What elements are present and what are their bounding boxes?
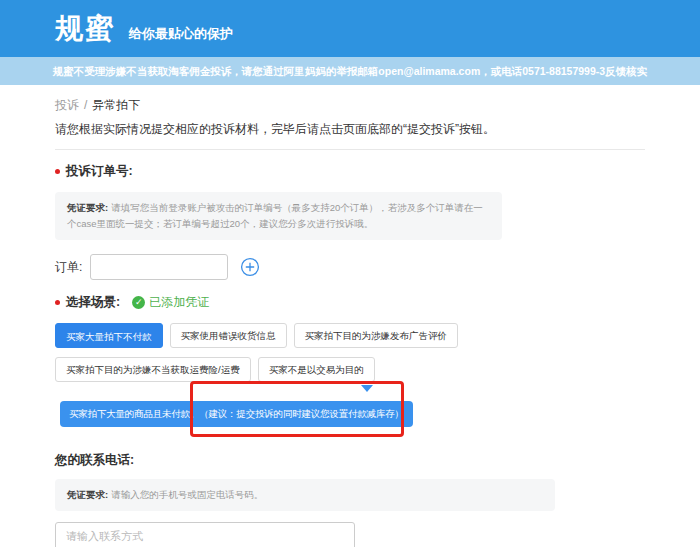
order-requirement-label: 凭证要求:: [67, 202, 108, 213]
scene-option-wrong-address[interactable]: 买家使用错误收货信息: [170, 323, 287, 348]
order-input-row: 订单:: [55, 254, 645, 280]
scene-section-title-text: 选择场景:: [66, 294, 120, 311]
suggestion-area: 买家拍下大量的商品且未付款。（建议：提交投诉的同时建议您设置付款减库存）: [55, 382, 645, 444]
order-number-input[interactable]: [90, 254, 228, 280]
order-section-title-text: 投诉订单号:: [66, 163, 133, 180]
section-divider: [55, 149, 645, 150]
dropdown-arrow-icon: [361, 385, 373, 392]
suggestion-tooltip: 买家拍下大量的商品且未付款。（建议：提交投诉的同时建议您设置付款减库存）: [60, 401, 413, 427]
order-requirement-box: 凭证要求:请填写您当前登录账户被攻击的订单编号（最多支持20个订单），若涉及多个…: [55, 192, 502, 240]
order-requirement-text: 请填写您当前登录账户被攻击的订单编号（最多支持20个订单），若涉及多个订单请在一…: [67, 202, 483, 229]
order-section-title: 投诉订单号:: [55, 163, 645, 180]
phone-input[interactable]: [55, 522, 355, 547]
evidence-status-text: 已添加凭证: [149, 294, 209, 311]
phone-requirement-label: 凭证要求:: [67, 489, 108, 500]
plus-circle-icon: [240, 257, 260, 277]
main-content: 投诉/异常拍下 请您根据实际情况提交相应的投诉材料，完毕后请点击页面底部的“提交…: [0, 85, 700, 547]
breadcrumb: 投诉/异常拍下: [55, 97, 645, 112]
app-logo: 规蜜: [55, 10, 115, 48]
scene-options-group: 买家大量拍下不付款 买家使用错误收货信息 买家拍下目的为涉嫌发布广告评价 买家拍…: [55, 323, 655, 382]
app-tagline: 给你最贴心的保护: [129, 25, 233, 43]
required-dot-icon: [55, 169, 60, 174]
scene-option-not-for-trade[interactable]: 买家不是以交易为目的: [258, 357, 375, 382]
scene-option-ad-review[interactable]: 买家拍下目的为涉嫌发布广告评价: [294, 323, 459, 348]
scene-section-title: 选择场景: ✓ 已添加凭证: [55, 294, 645, 311]
add-order-button[interactable]: [240, 257, 260, 277]
breadcrumb-separator: /: [84, 98, 87, 112]
check-circle-icon: ✓: [132, 296, 145, 309]
notice-text: 规蜜不受理涉嫌不当获取淘客佣金投诉，请您通过阿里妈妈的举报邮箱open@alim…: [53, 65, 647, 77]
breadcrumb-current: 异常拍下: [92, 98, 140, 112]
breadcrumb-parent[interactable]: 投诉: [55, 98, 79, 112]
scene-option-shipping-fee[interactable]: 买家拍下目的为涉嫌不当获取运费险/运费: [55, 357, 251, 382]
order-input-label: 订单:: [55, 259, 82, 276]
notice-bar: 规蜜不受理涉嫌不当获取淘客佣金投诉，请您通过阿里妈妈的举报邮箱open@alim…: [0, 57, 700, 85]
evidence-status-badge: ✓ 已添加凭证: [132, 294, 209, 311]
app-header: 规蜜 给你最贴心的保护: [0, 0, 700, 57]
phone-requirement-box: 凭证要求:请输入您的手机号或固定电话号码。: [55, 479, 555, 511]
phone-requirement-text: 请输入您的手机号或固定电话号码。: [111, 489, 263, 500]
intro-instruction: 请您根据实际情况提交相应的投诉材料，完毕后请点击页面底部的“提交投诉”按钮。: [55, 121, 645, 138]
required-dot-icon: [55, 300, 60, 305]
phone-section-title: 您的联系电话:: [55, 452, 645, 469]
scene-option-mass-unpaid[interactable]: 买家大量拍下不付款: [55, 323, 163, 348]
